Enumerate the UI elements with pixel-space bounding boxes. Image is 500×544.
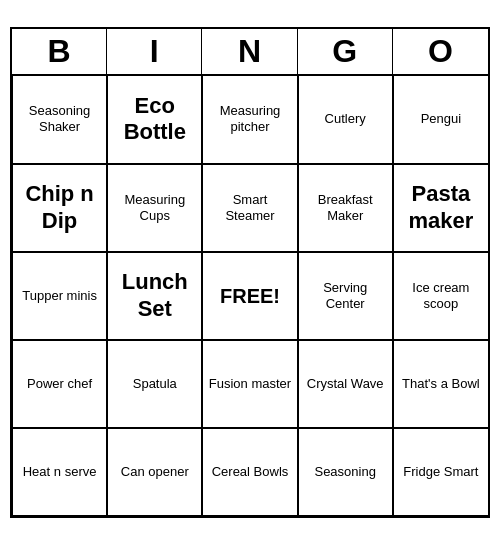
bingo-cell: Cereal Bowls [202,428,297,516]
bingo-header-cell: O [393,29,488,74]
bingo-cell: Measuring pitcher [202,76,297,164]
bingo-cell: Pasta maker [393,164,488,252]
bingo-cell: Measuring Cups [107,164,202,252]
bingo-cell: Eco Bottle [107,76,202,164]
bingo-cell: Seasoning Shaker [12,76,107,164]
bingo-cell: FREE! [202,252,297,340]
bingo-cell: Heat n serve [12,428,107,516]
bingo-grid: Seasoning ShakerEco BottleMeasuring pitc… [12,76,488,516]
bingo-card: BINGO Seasoning ShakerEco BottleMeasurin… [10,27,490,518]
bingo-header-cell: G [298,29,393,74]
bingo-cell: That's a Bowl [393,340,488,428]
bingo-cell: Lunch Set [107,252,202,340]
bingo-cell: Tupper minis [12,252,107,340]
bingo-header-cell: B [12,29,107,74]
bingo-cell: Fridge Smart [393,428,488,516]
bingo-cell: Power chef [12,340,107,428]
bingo-cell: Ice cream scoop [393,252,488,340]
bingo-header: BINGO [12,29,488,76]
bingo-cell: Chip n Dip [12,164,107,252]
bingo-cell: Serving Center [298,252,393,340]
bingo-cell: Pengui [393,76,488,164]
bingo-cell: Cutlery [298,76,393,164]
bingo-cell: Smart Steamer [202,164,297,252]
bingo-header-cell: N [202,29,297,74]
bingo-cell: Crystal Wave [298,340,393,428]
bingo-cell: Fusion master [202,340,297,428]
bingo-cell: Spatula [107,340,202,428]
bingo-cell: Seasoning [298,428,393,516]
bingo-cell: Breakfast Maker [298,164,393,252]
bingo-cell: Can opener [107,428,202,516]
bingo-header-cell: I [107,29,202,74]
